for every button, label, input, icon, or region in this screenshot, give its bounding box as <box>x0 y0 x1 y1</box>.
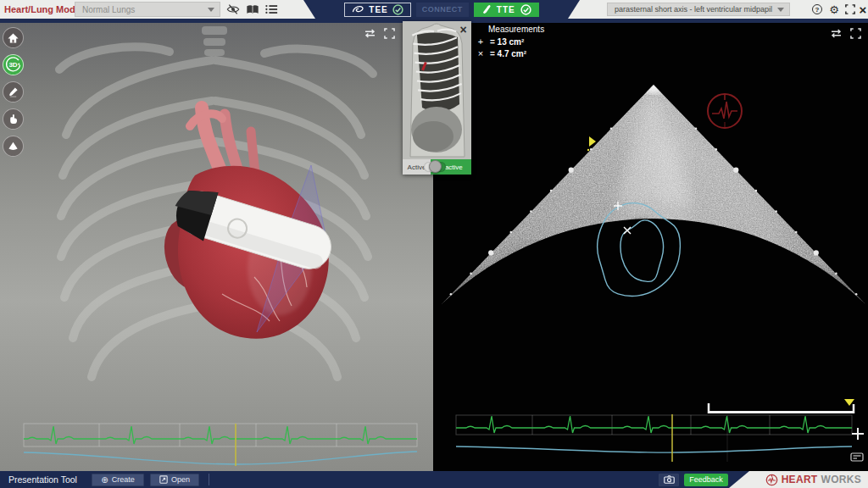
camera-icon <box>664 475 675 484</box>
chevron-down-icon <box>208 8 214 12</box>
divider <box>209 474 209 485</box>
respiration-trace <box>24 452 417 464</box>
expand-panel-icon[interactable] <box>849 26 862 40</box>
heart-3d-viewport[interactable]: 3D <box>0 23 433 471</box>
brand-heart-text: HEART <box>782 474 818 485</box>
brand-works-text: WORKS <box>821 474 862 485</box>
create-button[interactable]: ⊕ Create <box>92 474 144 486</box>
tee-label: TEE <box>369 5 387 14</box>
right-panel-controls <box>829 26 862 40</box>
scalpel-icon <box>8 86 19 97</box>
brand-logo-icon <box>765 474 778 486</box>
tee-check-icon <box>392 4 403 15</box>
respiration-trace <box>456 446 852 452</box>
create-label: Create <box>112 475 135 484</box>
tte-probe-icon <box>481 4 492 14</box>
chevron-down-icon <box>777 8 784 12</box>
tte-check-icon <box>520 4 531 15</box>
probe-active-toggle[interactable]: Active Inactive <box>403 159 471 175</box>
probe-position-overlay[interactable]: × Active Inactive <box>403 21 471 175</box>
toggle-knob[interactable] <box>429 160 442 173</box>
feedback-button[interactable]: Feedback <box>684 474 728 486</box>
ecg-strip-ultrasound[interactable] <box>433 413 868 471</box>
ecg-grid <box>456 415 852 462</box>
measurement-row: + = 13 cm² <box>476 36 544 47</box>
model-dropdown-value: Normal Lungs <box>82 5 135 14</box>
app-title: Heart/Lung Model <box>4 0 83 19</box>
bottom-bar: Presentation Tool ⊕ Create Open Feedback… <box>0 471 868 488</box>
feedback-label: Feedback <box>689 475 723 484</box>
grab-rotate-button[interactable] <box>3 108 24 130</box>
measurements-title: Measurements <box>488 25 544 34</box>
view-list-icon[interactable] <box>264 3 279 16</box>
ecg-trace <box>456 416 852 433</box>
open-icon <box>159 475 168 484</box>
expand-panel-icon[interactable] <box>382 26 396 40</box>
heartworks-app: { "topbar": { "app_title": "Heart/Lung M… <box>0 0 868 488</box>
cone-icon <box>8 141 19 151</box>
keypad-icon[interactable] <box>851 453 863 461</box>
depth-scale[interactable] <box>708 399 854 413</box>
ultrasound-viewport[interactable]: Measurements + = 13 cm² × = 4.7 cm² <box>433 23 868 471</box>
connect-label: CONNECT <box>422 5 463 14</box>
hand-icon <box>8 114 19 125</box>
tte-mode-button[interactable]: TTE <box>474 3 539 17</box>
heart-3d-scene <box>0 23 433 471</box>
ecg-strip-3d[interactable] <box>0 418 433 471</box>
torso-thumbnail <box>403 21 471 159</box>
toggle-switch[interactable] <box>424 162 446 172</box>
sector-fan <box>433 69 868 408</box>
top-bar: Heart/Lung Model Normal Lungs TEE CONNEC… <box>0 0 868 19</box>
model-dropdown[interactable]: Normal Lungs <box>75 2 220 17</box>
create-plus-icon: ⊕ <box>101 475 108 485</box>
cross-marker <box>624 227 631 234</box>
settings-gear-icon[interactable]: ⚙ <box>826 3 842 16</box>
ecg-grid <box>24 424 417 446</box>
tee-mode-button[interactable]: TEE <box>344 3 410 17</box>
measurements-panel: Measurements + = 13 cm² × = 4.7 cm² <box>476 25 544 60</box>
hide-model-icon[interactable] <box>225 3 241 16</box>
view-preset-value: parasternal short axis - left ventricula… <box>615 5 772 14</box>
swap-views-icon[interactable] <box>363 26 376 40</box>
close-icon[interactable]: × <box>457 23 470 36</box>
probe-cone-button[interactable] <box>3 136 24 157</box>
rotate-3d-button[interactable]: 3D <box>3 54 24 75</box>
tte-label: TTE <box>497 5 515 14</box>
help-icon[interactable]: ? <box>810 3 825 16</box>
ultrasound-image[interactable] <box>433 23 868 471</box>
open-label: Open <box>171 475 190 484</box>
screenshot-button[interactable] <box>659 474 679 486</box>
presentation-tool-title: Presentation Tool <box>8 471 77 488</box>
orientation-logo-icon <box>708 94 742 128</box>
rotate-3d-label: 3D <box>3 55 23 75</box>
atlas-book-icon[interactable] <box>245 3 260 16</box>
probe-mode-switcher: TEE CONNECT TTE <box>303 0 580 19</box>
home-view-button[interactable] <box>3 27 24 48</box>
view-preset-dropdown[interactable]: parasternal short axis - left ventricula… <box>607 3 790 16</box>
connect-button[interactable]: CONNECT <box>416 3 469 17</box>
tee-probe-icon <box>352 4 364 14</box>
add-measure-icon[interactable] <box>852 428 864 440</box>
brand-area: HEARTWORKS <box>729 471 868 488</box>
close-icon[interactable]: × <box>855 3 868 16</box>
home-icon <box>8 33 19 43</box>
open-button[interactable]: Open <box>150 474 199 486</box>
ecg-trace <box>24 426 417 444</box>
tool-column: 3D <box>3 27 24 163</box>
swap-views-icon[interactable] <box>829 26 843 40</box>
cut-plane-button[interactable] <box>3 81 24 103</box>
measurement-row: × = 4.7 cm² <box>476 48 544 58</box>
left-panel-controls <box>363 26 396 40</box>
